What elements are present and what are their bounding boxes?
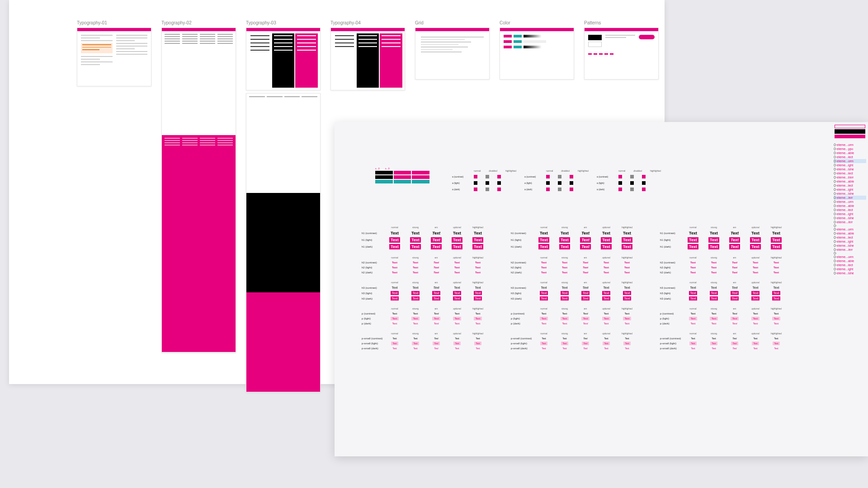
layer-item[interactable]: eleme...lect	[834, 235, 866, 239]
layer-preview-swatches	[832, 122, 868, 142]
artboard-thumbnail[interactable]	[246, 28, 321, 90]
typography-sample-tables: normalstrongemoptionalhighlightedh1 (con…	[362, 226, 787, 357]
artboard-thumbnail-stack[interactable]	[246, 93, 321, 392]
detail-design-canvas[interactable]: s...0s...0 normaldisabledhighlighteda (c…	[335, 122, 868, 456]
swatch-table-1: normaldisabledhighlighteda (contrast)a (…	[452, 169, 516, 194]
artboard-typography-03[interactable]: Typography-03	[246, 20, 321, 392]
redline-spec-block: s...0s...0	[375, 167, 429, 184]
artboard-label: Typography-01	[77, 20, 151, 25]
layer-item[interactable]: eleme...ight	[834, 163, 866, 167]
type-table-3: normalstrongemoptionalhighlightedh1 (con…	[660, 226, 787, 357]
artboard-label: Color	[500, 20, 574, 25]
layers-panel[interactable]: eleme...ormeleme...ypoeleme...ableeleme.…	[832, 122, 868, 456]
layer-item[interactable]: eleme...able	[834, 179, 866, 183]
swatch-table-2: normaldisabledhighlighteda (contrast)a (…	[524, 169, 589, 194]
artboard-typography-02[interactable]: Typography-02	[161, 20, 236, 392]
layer-item[interactable]: eleme...orm	[834, 227, 866, 231]
layer-item[interactable]: eleme...lect	[834, 171, 866, 175]
layer-item[interactable]: eleme.../err	[834, 248, 866, 252]
spec-dim: s...0	[385, 167, 394, 170]
layer-item[interactable]: eleme...orm	[834, 200, 866, 204]
layer-item[interactable]: eleme...ight	[834, 239, 866, 244]
layer-item[interactable]: eleme...ishe	[834, 244, 866, 248]
layer-item[interactable]: eleme...lect	[834, 155, 866, 159]
layer-item[interactable]: eleme...ypo	[834, 147, 866, 151]
layer-item[interactable]: eleme...lect	[834, 208, 866, 212]
artboard-label: Grid	[415, 20, 490, 25]
artboard-label: Typography-04	[330, 20, 405, 25]
artboard-thumbnail[interactable]	[161, 28, 236, 353]
type-table-2: normalstrongemoptionalhighlightedh1 (con…	[511, 226, 637, 357]
layer-item[interactable]: eleme...ishe	[834, 192, 866, 196]
layer-item[interactable]: eleme.../err	[834, 220, 866, 224]
layer-item[interactable]	[834, 252, 866, 255]
layer-item[interactable]: eleme.../err	[834, 196, 866, 200]
layer-item[interactable]: eleme...able	[834, 259, 866, 263]
artboard-thumbnail[interactable]	[415, 28, 490, 80]
layer-item[interactable]: eleme...orm	[834, 159, 866, 163]
swatch-table-3: normaldisabledhighlighteda (contrast)a (…	[597, 169, 661, 194]
layer-item[interactable]: eleme...ishe	[834, 216, 866, 220]
layer-item[interactable]: eleme...lect	[834, 183, 866, 188]
artboard-thumbnail[interactable]	[584, 28, 659, 80]
layer-item[interactable]: eleme...able	[834, 204, 866, 208]
layer-item[interactable]: eleme...t/err	[834, 175, 866, 179]
layer-item[interactable]: eleme...able	[834, 151, 866, 155]
layer-item[interactable]: eleme...ishe	[834, 167, 866, 171]
layer-item[interactable]: eleme...ight	[834, 188, 866, 192]
layers-list[interactable]: eleme...ormeleme...ypoeleme...ableeleme.…	[832, 142, 868, 276]
artboard-label: Patterns	[584, 20, 659, 25]
type-table-1: normalstrongemoptionalhighlightedh1 (con…	[362, 226, 488, 357]
artboard-label: Typography-03	[246, 20, 321, 25]
layer-item[interactable]: eleme...orm	[834, 143, 866, 147]
layer-item[interactable]: eleme...orm	[834, 255, 866, 259]
artboard-thumbnail[interactable]	[330, 28, 405, 90]
layer-item[interactable]: eleme...lect	[834, 263, 866, 267]
layer-item[interactable]: eleme...ight	[834, 212, 866, 216]
artboard-typography-01[interactable]: Typography-01	[77, 20, 151, 392]
artboard-label: Typography-02	[161, 20, 236, 25]
layer-item[interactable]	[834, 224, 866, 227]
layer-item[interactable]: eleme...able	[834, 231, 866, 235]
artboard-thumbnail[interactable]	[77, 28, 151, 86]
layer-item[interactable]: eleme...ishe	[834, 271, 866, 275]
artboard-thumbnail[interactable]	[500, 28, 574, 80]
layer-item[interactable]: eleme...ight	[834, 267, 866, 271]
spec-dim: s...0	[375, 167, 384, 170]
